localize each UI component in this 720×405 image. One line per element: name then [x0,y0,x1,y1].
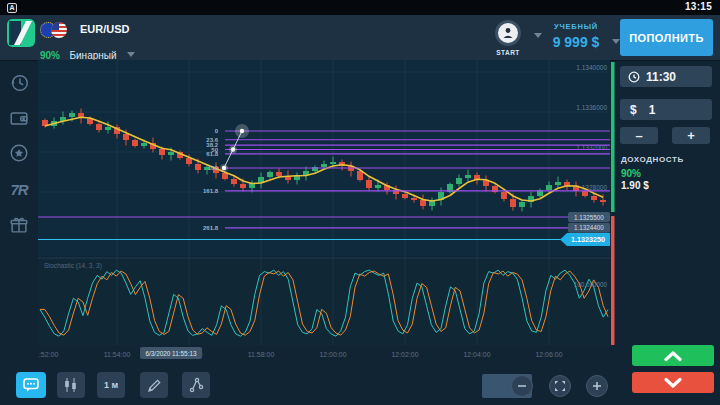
sidebar-item-wallet[interactable] [6,105,32,131]
system-clock: 13:15 [685,1,712,12]
indicators-button[interactable] [182,372,210,398]
broker-logo-icon [7,19,35,47]
chevron-down-icon [612,39,620,44]
start-label: START [490,49,526,56]
os-top-bar: A 13:15 [0,0,720,15]
profit-label: ДОХОДНОСТЬ [621,155,684,164]
svg-text:11:52:00: 11:52:00 [38,351,58,358]
svg-text:11:54:00: 11:54:00 [104,351,131,358]
candlestick-icon [63,377,79,393]
svg-text:100.000000: 100.000000 [574,281,608,288]
usd-flag-icon [51,22,67,38]
expiration-time-field[interactable]: 11:30 [620,66,712,87]
star-badge-icon [8,142,30,164]
zoom-in-button[interactable] [586,375,608,397]
wallet-icon [8,107,30,129]
chart-type-button[interactable] [57,372,85,398]
sidebar-item-achievements[interactable] [6,140,32,166]
deposit-button[interactable]: ПОПОЛНИТЬ [620,19,713,56]
expiration-time-value: 11:30 [646,70,676,84]
price-chart[interactable]: 1.13400001.13360001.13320001.1328000023.… [38,60,616,363]
amount-increase-button[interactable]: + [672,127,710,144]
chevron-up-icon [664,350,682,362]
sidebar-item-tournaments[interactable]: 7R [6,176,32,202]
call-up-button[interactable] [632,345,714,366]
zoom-out-button[interactable] [511,375,533,397]
amount-value: 1 [649,103,656,117]
svg-text:11:58:00: 11:58:00 [248,351,275,358]
profit-percent: 90% [621,168,641,179]
fit-screen-button[interactable] [549,375,571,397]
balance-type-label: УЧЕБНЫЙ [540,22,612,31]
trading-app: A 13:15 EUR/USD 90% Бинарный [0,0,720,405]
chat-bubble-icon [23,378,39,392]
svg-text:1.1324400: 1.1324400 [574,224,604,231]
svg-text:12:02:00: 12:02:00 [391,351,418,358]
svg-text:1.1336000: 1.1336000 [576,104,607,111]
history-clock-icon [8,72,30,94]
balance-amount: 9 999 $ [540,34,612,50]
svg-text:1.1325500: 1.1325500 [574,214,604,221]
amount-decrease-button[interactable]: – [620,127,658,144]
drawing-tools-button[interactable] [140,372,168,398]
tournaments-7r-icon: 7R [10,181,27,198]
sidebar-item-gifts[interactable] [6,212,32,238]
plus-icon [592,381,602,391]
trade-panel: 11:30 $ 1 – + ДОХОДНОСТЬ 90% 1.90 $ [616,60,720,368]
chevron-down-icon [127,52,135,57]
profit-amount: 1.90 $ [621,180,649,191]
clock-icon [628,71,640,83]
amount-currency: $ [630,103,637,117]
svg-text:12:04:00: 12:04:00 [463,351,490,358]
sidebar-item-history[interactable] [6,70,32,96]
amount-field[interactable]: $ 1 [620,99,712,120]
expand-arrows-icon [554,380,566,392]
svg-text:61.8: 61.8 [206,151,218,157]
svg-text:161.8: 161.8 [203,188,219,194]
svg-text:12:00:00: 12:00:00 [319,351,346,358]
svg-text:100: 100 [208,165,219,171]
start-avatar-icon [495,20,521,46]
asset-flags [40,22,74,39]
svg-text:Stochastic (14, 3, 3): Stochastic (14, 3, 3) [44,262,102,270]
svg-text:1.1340000: 1.1340000 [576,64,607,71]
chat-button[interactable] [16,372,46,398]
header: EUR/USD 90% Бинарный START УЧЕБНЫЙ 9 999… [0,15,720,60]
app-badge-icon: A [7,3,17,13]
minus-icon [517,381,527,391]
pencil-icon [147,378,162,393]
left-sidebar: 7R [0,60,38,360]
svg-text:261.8: 261.8 [203,225,219,231]
bottom-toolbar: 1 м [0,368,720,405]
svg-text:12:06:00: 12:06:00 [535,351,562,358]
svg-text:1.1323250: 1.1323250 [571,235,605,244]
indicators-fork-icon [188,377,204,393]
broker-logo[interactable] [7,19,35,47]
start-menu-button[interactable]: START [490,20,536,58]
svg-text:6/3/2020 11:55:13: 6/3/2020 11:55:13 [145,350,196,357]
asset-pair-label: EUR/USD [80,23,130,35]
balance-selector[interactable]: УЧЕБНЫЙ 9 999 $ [540,22,612,58]
gift-icon [8,214,30,236]
timeframe-button[interactable]: 1 м [97,372,125,398]
